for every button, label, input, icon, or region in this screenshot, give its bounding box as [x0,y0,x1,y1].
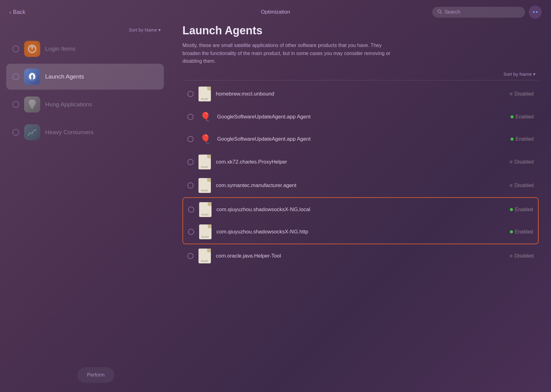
content-divider [182,80,539,80]
launch-agents-label: Launch Agents [45,73,84,80]
agent-name-google1: GoogleSoftwareUpdateAgent.app Agent [217,114,506,120]
sidebar: Sort by Name ▾ Login Items [0,24,170,391]
search-placeholder: Search [445,9,460,15]
plist-icon-homebrew: PLIST [199,87,211,101]
content-title: Launch Agents [182,24,539,37]
sidebar-item-login-items[interactable]: Login Items [6,36,164,62]
agent-radio-shadowsocks-local[interactable] [188,207,194,213]
sidebar-sort-label[interactable]: Sort by Name ▾ [129,27,161,33]
status-dot-shadowsocks-local [510,208,513,211]
status-label-google1: Enabled [515,114,534,120]
hung-applications-icon [24,96,40,113]
agent-row-google1[interactable]: 🎈 GoogleSoftwareUpdateAgent.app Agent En… [182,106,539,128]
agent-row-symantec[interactable]: PLIST com.symantec.manufacturer.agent Di… [182,174,539,197]
perform-button[interactable]: Perform [77,367,114,383]
agent-name-symantec: com.symantec.manufacturer.agent [216,182,505,189]
status-dot-homebrew [510,92,513,96]
header: ‹ Back Optimization Search [0,0,551,24]
status-dot-google1 [510,115,514,118]
agent-radio-oracle[interactable] [187,253,194,259]
status-dot-charles [510,160,513,164]
agent-name-charles: com.xk72.charles.ProxyHelper [216,159,505,165]
google-icon-2: 🎈 [199,132,212,146]
content-area: Launch Agents Mostly, these are small sa… [170,24,551,391]
status-shadowsocks-http: Enabled [510,229,533,235]
radio-hung-apps[interactable] [12,101,19,108]
status-label-shadowsocks-local: Enabled [515,207,533,212]
status-oracle: Disabled [510,253,534,259]
sidebar-item-launch-agents[interactable]: Launch Agents [6,64,164,90]
agent-radio-symantec[interactable] [187,182,194,189]
svg-rect-4 [28,128,37,137]
agent-name-shadowsocks-http: com.qiuyuzhou.shadowsocksX-NG.http [216,229,505,235]
status-dot-symantec [510,184,513,187]
search-bar[interactable]: Search [432,7,525,18]
sidebar-item-hung-applications[interactable]: Hung Applications [6,92,164,117]
agent-row-shadowsocks-http[interactable]: PLIST com.qiuyuzhou.shadowsocksX-NG.http… [182,221,539,244]
status-shadowsocks-local: Enabled [510,207,533,212]
agent-row-homebrew[interactable]: PLIST homebrew.mxcl.unbound Disabled [182,82,539,106]
content-sort-label[interactable]: Sort by Name ▾ [503,71,536,77]
dot-icon [536,11,538,13]
agent-radio-google1[interactable] [187,114,194,120]
main-layout: Sort by Name ▾ Login Items [0,24,551,391]
login-items-icon [24,41,40,57]
plist-icon-shadowsocks-local: PLIST [199,202,211,217]
radio-launch-agents[interactable] [12,73,19,80]
status-dot-shadowsocks-http [510,230,513,233]
back-label: Back [13,9,25,15]
agent-name-google2: GoogleSoftwareUpdateAgent.app Agent [217,136,506,142]
agent-name-shadowsocks-local: com.qiuyuzhou.shadowsocksX-NG.local [216,207,505,213]
status-dot-oracle [510,254,513,258]
agent-radio-shadowsocks-http[interactable] [188,229,194,235]
login-items-label: Login Items [45,45,75,52]
header-right: Search [432,6,542,19]
status-label-google2: Enabled [515,136,534,142]
plist-icon-shadowsocks-http: PLIST [199,224,211,239]
agent-row-charles[interactable]: PLIST com.xk72.charles.ProxyHelper Disab… [182,150,539,174]
plist-icon-charles: PLIST [199,155,211,169]
status-google2: Enabled [510,136,534,142]
status-homebrew: Disabled [510,91,534,97]
more-options-button[interactable] [529,6,542,19]
plist-icon-oracle: PLIST [199,249,211,263]
content-description: Mostly, these are small satellite applic… [182,41,393,65]
agent-radio-homebrew[interactable] [187,91,194,97]
heavy-consumers-icon [24,124,40,140]
status-label-shadowsocks-http: Enabled [515,229,533,235]
agent-radio-charles[interactable] [187,159,194,165]
plist-icon-symantec: PLIST [199,178,211,193]
status-dot-google2 [510,138,514,141]
status-label-symantec: Disabled [515,183,534,188]
agent-name-oracle: com.oracle.java.Helper-Tool [216,253,505,259]
back-chevron-icon: ‹ [9,9,11,15]
radio-heavy-consumers[interactable] [12,129,19,136]
agent-radio-google2[interactable] [187,136,194,142]
svg-line-1 [441,12,442,14]
perform-label: Perform [87,372,105,378]
status-google1: Enabled [510,114,534,120]
launch-agents-icon [24,69,40,85]
dot-icon [533,11,535,13]
status-symantec: Disabled [510,183,534,188]
agent-row-google2[interactable]: 🎈 GoogleSoftwareUpdateAgent.app Agent En… [182,128,539,150]
status-label-homebrew: Disabled [515,91,534,97]
header-title: Optimization [261,9,290,15]
sidebar-sort[interactable]: Sort by Name ▾ [6,24,164,36]
agent-name-homebrew: homebrew.mxcl.unbound [216,91,505,97]
agent-row-oracle[interactable]: PLIST com.oracle.java.Helper-Tool Disabl… [182,244,539,268]
search-icon [437,9,442,15]
back-button[interactable]: ‹ Back [9,9,25,15]
status-charles: Disabled [510,159,534,165]
status-label-oracle: Disabled [515,253,534,259]
status-label-charles: Disabled [515,159,534,165]
sidebar-item-heavy-consumers[interactable]: Heavy Consumers [6,119,164,145]
hung-applications-label: Hung Applications [45,101,92,108]
content-sort[interactable]: Sort by Name ▾ [182,71,539,77]
google-icon-1: 🎈 [199,110,212,124]
agent-row-shadowsocks-local[interactable]: PLIST com.qiuyuzhou.shadowsocksX-NG.loca… [182,197,539,221]
radio-login-items[interactable] [12,45,19,52]
heavy-consumers-label: Heavy Consumers [45,129,93,136]
